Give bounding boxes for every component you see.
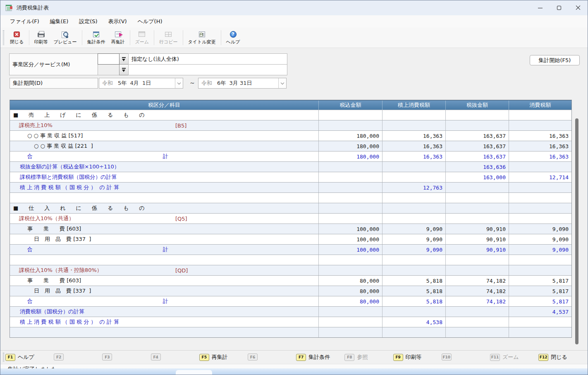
table-row[interactable]: ■ 売 上 げ に 係 る も の	[10, 110, 571, 120]
row-label-cell: 消費税額（国税分）の計算	[10, 307, 318, 317]
column-header[interactable]: 積上消費税額	[382, 101, 445, 110]
value-cell	[382, 255, 445, 265]
fkey-label: 印刷等	[406, 353, 422, 361]
fkey-f5[interactable]: F5再集計	[199, 353, 228, 361]
table-row[interactable]: 消費税額（国税分）の計算4,537	[10, 306, 571, 317]
value-cell	[509, 203, 571, 213]
window-title: 消費税集計表	[17, 4, 49, 12]
row-label: ■ 売 上 げ に 係 る も の	[13, 111, 147, 119]
toolbar-separator	[221, 30, 221, 45]
table-row[interactable]: 課税売上10%[B5]	[10, 120, 571, 130]
value-cell: 80,000	[318, 286, 382, 296]
toolbar-button-print[interactable]: 印刷等	[31, 30, 51, 46]
fkey-f1[interactable]: F1ヘルプ	[5, 353, 34, 361]
toolbar-button-help[interactable]: ヘルプ	[223, 30, 243, 46]
toolbar-grip[interactable]	[3, 30, 4, 45]
value-cell	[318, 255, 382, 265]
era-label: 令和	[99, 79, 113, 87]
business-code-dropdown-button[interactable]	[119, 53, 129, 65]
chevron-down-icon	[281, 81, 284, 84]
close-icon	[14, 31, 20, 37]
toolbar-button-row-copy: 行コピー	[156, 30, 181, 46]
table-row[interactable]: 積 上 消 費 税 額 （ 国 税 分 ） の 計 算4,538	[10, 317, 571, 327]
table-row[interactable]: 課税仕入10%（共通・控除80%）[QD]	[10, 265, 571, 275]
period-to-field[interactable]: 令和 6年 3月 31日	[198, 78, 287, 89]
menu-item[interactable]: 編集(E)	[45, 16, 74, 27]
period-from-field[interactable]: 令和 5年 4月 1日	[99, 78, 183, 89]
minimize-button[interactable]	[531, 0, 550, 15]
value-cell	[445, 183, 509, 192]
fkey-f12[interactable]: F12閉じる	[538, 353, 567, 361]
period-to-dropdown[interactable]	[278, 78, 286, 88]
table-row[interactable]	[10, 192, 571, 203]
column-header[interactable]: 消費税額	[509, 101, 571, 110]
column-header[interactable]: 税込金額	[318, 101, 382, 110]
fkey-f7[interactable]: F7集計条件	[296, 353, 330, 361]
row-label-code: [QD]	[175, 267, 188, 274]
fkey-cap: F4	[151, 353, 161, 361]
toolbar-button-title-change[interactable]: タイトル変更	[185, 30, 219, 46]
table-row[interactable]: 日 用 品 費 [337 ]80,0005,81874,1825,817	[10, 286, 571, 296]
column-header[interactable]: 税区分／科目	[10, 101, 318, 110]
table-row[interactable]: ■ 仕 入 れ に 係 る も の	[10, 203, 571, 213]
value-cell	[445, 327, 509, 337]
value-cell	[509, 265, 571, 275]
table-row[interactable]: 課税標準額と消費税額（国税分）の計算163,00012,714	[10, 172, 571, 182]
table-row[interactable]: 課税仕入10%（共通）[Q5]	[10, 213, 571, 224]
business-code-input[interactable]	[98, 53, 120, 65]
toolbar-separator	[183, 30, 183, 45]
row-label-cell: 税抜金額の計算（税込金額×100÷110）	[10, 162, 318, 172]
value-cell	[445, 110, 509, 120]
value-cell: 163,636	[445, 162, 509, 172]
toolbar-button-conditions[interactable]: 集計条件	[84, 30, 108, 46]
period-from-dropdown[interactable]	[175, 78, 183, 88]
menu-item[interactable]: 表示(V)	[103, 16, 132, 27]
taskbar-strip	[0, 368, 588, 375]
table-row[interactable]: ○ ○ 事 業 収 益 [221 ]180,00016,363163,63716…	[10, 141, 571, 151]
row-label: 事 業 費 [603]	[27, 277, 81, 284]
fkey-cap: F3	[102, 353, 112, 361]
toolbar-button-close[interactable]: 閉じる	[7, 30, 27, 46]
toolbar-separator	[154, 30, 154, 45]
fkey-cap: F8	[344, 354, 354, 361]
close-button[interactable]	[569, 0, 588, 15]
function-bar-grip[interactable]	[3, 353, 4, 362]
fkey-cap: F5	[199, 354, 209, 361]
conditions-icon	[93, 31, 99, 37]
toolbar-button-recalc[interactable]: 再集計	[108, 30, 128, 46]
start-aggregation-button[interactable]: 集計開始(F5)	[530, 55, 580, 65]
table-row[interactable]: 合計100,0009,09090,9109,090	[10, 244, 571, 255]
vertical-scrollbar-thumb[interactable]	[575, 118, 578, 344]
table-row[interactable]: 日 用 品 費 [337 ]100,0009,09090,9109,090	[10, 234, 571, 244]
maximize-button[interactable]	[550, 0, 569, 15]
value-cell: 5,817	[509, 276, 571, 286]
table-row[interactable]: 積 上 消 費 税 額 （ 国 税 分 ） の 計 算12,763	[10, 182, 571, 192]
row-label-code: [B5]	[175, 123, 186, 129]
business-name-field-2[interactable]	[128, 64, 287, 75]
value-cell: 9,090	[382, 245, 445, 255]
table-row[interactable]: 合計80,0005,81874,1825,817	[10, 296, 571, 306]
table-row[interactable]	[10, 255, 571, 265]
table-row[interactable]: 事 業 費 [603]100,0009,09090,9109,090	[10, 224, 571, 234]
table-row[interactable]: ○ ○ 事 業 収 益 [517]180,00016,363163,63716,…	[10, 130, 571, 141]
fkey-f9[interactable]: F9印刷等	[393, 353, 422, 361]
menu-item[interactable]: 設定(S)	[74, 16, 103, 27]
menu-item[interactable]: ファイル(F)	[5, 16, 45, 27]
row-label: ○ ○ 事 業 収 益 [221 ]	[34, 142, 93, 150]
taskbar-pill[interactable]	[176, 370, 212, 375]
menu-item[interactable]: ヘルプ(H)	[132, 16, 168, 27]
value-cell: 16,363	[382, 141, 445, 151]
toolbar-separator	[29, 30, 29, 45]
table-row[interactable]	[10, 327, 571, 337]
row-label-code: 計	[163, 246, 168, 253]
business-code-dropdown-button-2[interactable]	[119, 64, 129, 75]
print-icon	[38, 33, 45, 37]
business-name-field[interactable]: 指定なし(法人全体)	[128, 53, 287, 65]
table-row[interactable]: 税抜金額の計算（税込金額×100÷110）163,636	[10, 161, 571, 172]
table-row[interactable]: 合計180,00016,363163,63716,363	[10, 151, 571, 161]
toolbar-button-preview[interactable]: プレビュー	[51, 30, 80, 46]
column-header[interactable]: 税抜金額	[445, 101, 509, 110]
table-row[interactable]: 事 業 費 [603]80,0005,81874,1825,817	[10, 275, 571, 286]
row-label-cell	[10, 327, 318, 337]
business-code-input-2[interactable]	[98, 64, 120, 75]
